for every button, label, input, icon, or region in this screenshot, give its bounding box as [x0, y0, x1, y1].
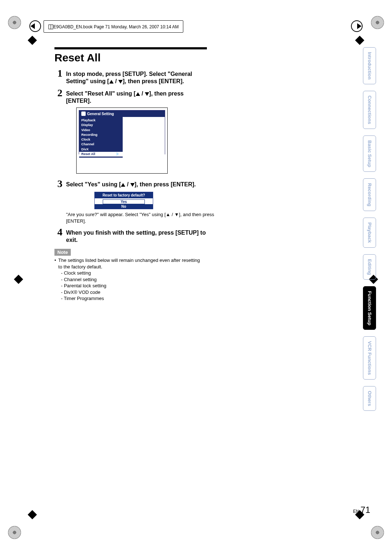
dialog-option-selected: Yes: [103, 199, 145, 204]
note-item-text: Channel setting: [64, 277, 97, 282]
menu-item: Recording: [79, 133, 123, 137]
section-rule-thick: [54, 47, 207, 49]
note-item: - DivX® VOD code: [54, 289, 203, 296]
svg-marker-1: [30, 23, 35, 29]
crop-mark-icon: [8, 16, 21, 29]
down-arrow-icon: [145, 92, 149, 96]
note-item: - Parental lock setting: [54, 283, 203, 289]
page-label-small: EN: [353, 509, 359, 514]
step-text-frag: /: [140, 90, 145, 97]
side-tab-others[interactable]: Others: [363, 386, 376, 411]
registration-arrow-icon: [351, 20, 363, 32]
general-setting-menu: General Setting Playback Display Video R…: [76, 108, 168, 174]
menu-item: DivX: [79, 147, 123, 152]
note-intro: The settings listed below will remain un…: [58, 257, 203, 270]
crop-mark-icon: [371, 526, 384, 539]
step-number: 1: [54, 68, 62, 85]
side-tab-recording[interactable]: Recording: [363, 178, 376, 211]
step-text: When you finish with the setting, press …: [66, 227, 207, 244]
menu-item: Display: [79, 123, 123, 127]
down-arrow-icon: [118, 80, 123, 84]
step-1: 1 In stop mode, press [SETUP]. Select "G…: [54, 68, 207, 85]
side-tab-editing[interactable]: Editing: [363, 254, 376, 280]
side-tab-basic-setup[interactable]: Basic Setup: [363, 135, 376, 172]
page-number: 71: [360, 505, 370, 515]
reset-dialog: Reset to factory default? Yes No: [94, 192, 153, 209]
step-number: 4: [54, 227, 62, 244]
note-item-text: Clock setting: [64, 270, 91, 276]
note-item-text: Parental lock setting: [64, 283, 106, 288]
step-text: Select "Reset All" using [ / ], then pre…: [66, 88, 207, 105]
up-arrow-icon: [136, 92, 140, 96]
note-list: •The settings listed below will remain u…: [54, 257, 203, 302]
step-4: 4 When you finish with the setting, pres…: [54, 227, 207, 244]
registration-diamond-icon: [28, 36, 37, 45]
menu-item: Video: [79, 128, 123, 133]
svg-marker-3: [357, 23, 362, 29]
note-item-text: Timer Programmes: [64, 296, 104, 301]
registration-diamond-icon: [14, 275, 23, 284]
page-frame: E9GA0BD_EN.book Page 71 Monday, March 26…: [0, 0, 392, 555]
menu-item: Playback: [79, 118, 123, 123]
crop-mark-icon: [8, 526, 21, 539]
side-tab-function-setup[interactable]: Function Setup: [363, 286, 376, 330]
header-runner-text: E9GA0BD_EN.book Page 71 Monday, March 26…: [53, 24, 179, 29]
menu-right-pane: [123, 117, 165, 158]
side-tab-introduction[interactable]: Introduction: [363, 47, 376, 84]
menu-list: Playback Display Video Recording Clock C…: [79, 117, 123, 158]
menu-title-text: General Setting: [87, 112, 114, 116]
note-item: - Clock setting: [54, 270, 203, 276]
registration-arrow-icon: [29, 20, 41, 32]
chevron-right-icon: [117, 152, 119, 156]
menu-title-icon: [81, 112, 86, 116]
page-number-block: EN71: [353, 505, 370, 515]
step-number: 2: [54, 88, 62, 105]
main-content: Reset All 1 In stop mode, press [SETUP].…: [54, 47, 236, 302]
step-text-frag: Select "Yes" using [: [66, 181, 121, 187]
bullet-dot: •: [54, 257, 56, 270]
menu-title-bar: General Setting: [79, 110, 165, 117]
book-icon: [48, 24, 53, 29]
post-dialog-note: "Are you sure?" will appear. Select "Yes…: [66, 211, 215, 224]
registration-diamond-icon: [28, 510, 37, 519]
menu-item-label: Reset All: [81, 152, 95, 156]
down-arrow-icon: [130, 183, 135, 187]
step-text-frag: ], then press [ENTER].: [135, 181, 196, 187]
note-item: - Timer Programmes: [54, 295, 203, 302]
step-text-frag: /: [125, 181, 130, 187]
menu-item: Channel: [79, 142, 123, 147]
header-runner: E9GA0BD_EN.book Page 71 Monday, March 26…: [44, 20, 183, 33]
side-tab-connections[interactable]: Connections: [363, 91, 376, 129]
step-text-frag: ], then press [ENTER].: [123, 78, 184, 84]
note-item-text: DivX® VOD code: [64, 289, 101, 295]
side-tabs: Introduction Connections Basic Setup Rec…: [363, 47, 377, 411]
note-item: - Channel setting: [54, 276, 203, 283]
crop-mark-icon: [371, 16, 384, 29]
step-3: 3 Select "Yes" using [ / ], then press […: [54, 179, 207, 189]
menu-item: Clock: [79, 137, 123, 142]
registration-diamond-icon: [355, 36, 364, 45]
step-text-frag: /: [114, 78, 118, 84]
step-text: Select "Yes" using [ / ], then press [EN…: [66, 179, 196, 189]
up-arrow-icon: [109, 80, 114, 84]
up-arrow-icon: [121, 183, 125, 187]
step-text: In stop mode, press [SETUP]. Select "Gen…: [66, 68, 207, 85]
dialog-option: No: [95, 204, 153, 209]
side-tab-vcr-functions[interactable]: VCR Functions: [363, 336, 376, 380]
dialog-title: Reset to factory default?: [95, 192, 153, 198]
section-title: Reset All: [54, 52, 236, 64]
side-tab-playback[interactable]: Playback: [363, 218, 376, 247]
note-label: Note: [54, 249, 71, 256]
step-text-frag: Select "Reset All" using [: [66, 90, 136, 97]
menu-item-selected: Reset All: [79, 152, 123, 157]
step-number: 3: [54, 179, 62, 189]
step-2: 2 Select "Reset All" using [ / ], then p…: [54, 88, 207, 105]
